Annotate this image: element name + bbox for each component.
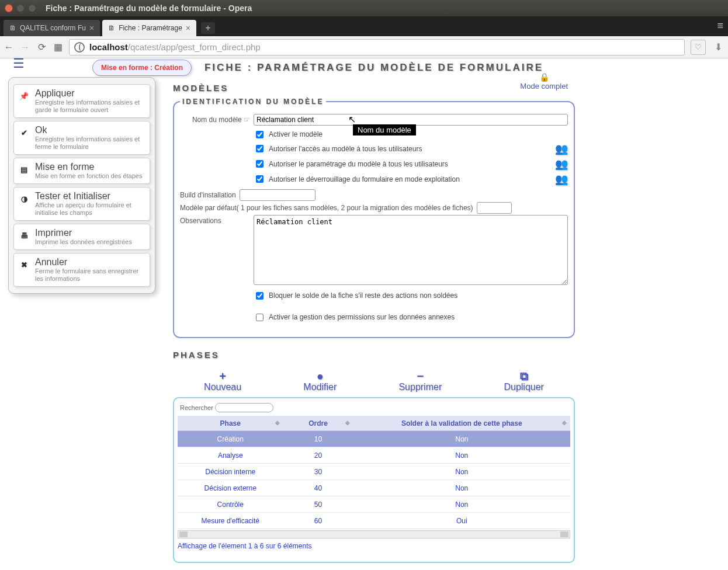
browser-tab[interactable]: 🗎 QALITEL conform Fu × xyxy=(4,20,100,36)
new-tab-button[interactable]: + xyxy=(201,22,215,34)
file-icon: 🗎 xyxy=(9,24,16,32)
minimize-window-icon[interactable] xyxy=(16,4,25,12)
globe-icon xyxy=(74,42,85,53)
tab-strip: 🗎 QALITEL conform Fu × 🗎 Fiche : Paramét… xyxy=(0,16,728,36)
navbar: ← → ⟳ ▦ localhost/qcatest/app/gest_form_… xyxy=(0,36,728,58)
url-path: /qcatest/app/gest_form_direct.php xyxy=(128,42,261,52)
close-icon[interactable]: × xyxy=(89,23,94,33)
os-titlebar: Fiche : Paramétrage du modèle de formula… xyxy=(0,0,728,16)
reload-button[interactable]: ⟳ xyxy=(36,41,47,53)
bookmark-button[interactable]: ♡ xyxy=(691,40,706,55)
browser-tab-active[interactable]: 🗎 Fiche : Paramétrage × xyxy=(102,20,196,36)
window-title: Fiche : Paramétrage du modèle de formula… xyxy=(46,4,252,13)
url-host: localhost xyxy=(89,42,128,52)
tab-label: Fiche : Paramétrage xyxy=(119,24,182,32)
maximize-window-icon[interactable] xyxy=(28,4,36,12)
close-window-icon[interactable] xyxy=(5,4,13,12)
back-button[interactable]: ← xyxy=(4,42,14,53)
speed-dial-icon[interactable]: ▦ xyxy=(53,41,63,53)
file-icon: 🗎 xyxy=(108,24,115,32)
close-icon[interactable]: × xyxy=(186,23,190,33)
downloads-button[interactable]: ⬇ xyxy=(712,41,724,53)
tab-label: QALITEL conform Fu xyxy=(20,24,86,32)
url-bar[interactable]: localhost/qcatest/app/gest_form_direct.p… xyxy=(69,39,685,55)
forward-button[interactable]: → xyxy=(20,42,30,53)
tab-menu-icon[interactable]: ≡ xyxy=(717,20,723,32)
